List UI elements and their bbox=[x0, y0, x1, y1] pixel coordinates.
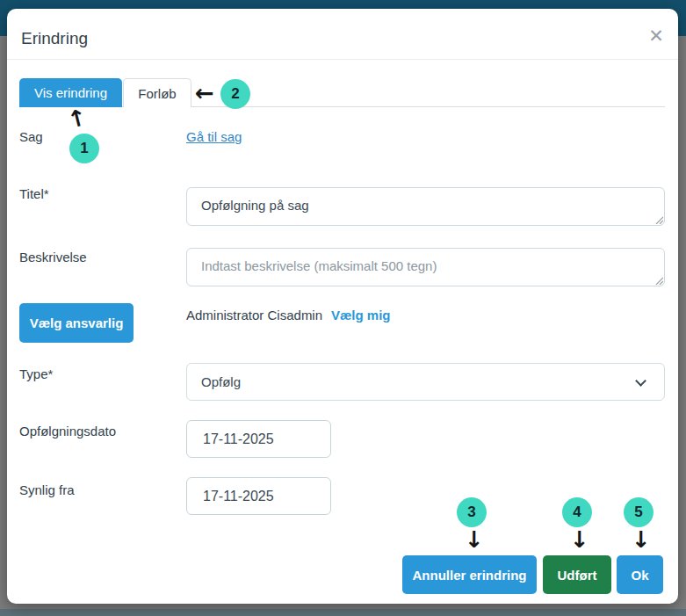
gaa-til-sag-link[interactable]: Gå til sag bbox=[186, 129, 242, 144]
opfoelgningsdato-label: Opfølgningsdato bbox=[19, 424, 116, 438]
beskrivelse-label: Beskrivelse bbox=[19, 250, 87, 265]
page-bottom-bar bbox=[0, 609, 686, 616]
sag-label: Sag bbox=[19, 129, 43, 144]
annotation-arrow-left-icon: ← bbox=[195, 82, 214, 105]
beskrivelse-input[interactable] bbox=[186, 248, 665, 286]
type-label: Type* bbox=[19, 366, 53, 381]
type-select-value: Opfølg bbox=[201, 374, 241, 389]
tab-forloeb-label: Forløb bbox=[138, 86, 176, 101]
ansvarlig-value: Administrator Cisadmin bbox=[186, 308, 322, 322]
annotation-marker-4: 4 bbox=[562, 497, 592, 527]
annotation-arrow-down-3-icon: ↓ bbox=[465, 528, 484, 551]
udfoert-button[interactable]: Udført bbox=[543, 555, 611, 594]
annuller-erindring-button[interactable]: Annuller erindring bbox=[402, 555, 537, 594]
modal-title: Erindring bbox=[21, 29, 88, 48]
annotation-marker-5: 5 bbox=[624, 497, 654, 527]
tab-vis-erindring[interactable]: Vis erindring bbox=[19, 78, 122, 107]
ok-button[interactable]: Ok bbox=[617, 555, 663, 594]
annotation-arrow-down-4-icon: ↓ bbox=[570, 528, 589, 551]
annotation-marker-3: 3 bbox=[457, 497, 487, 527]
chevron-down-icon bbox=[635, 375, 646, 387]
close-icon[interactable]: ✕ bbox=[641, 21, 671, 51]
tab-forloeb[interactable]: Forløb bbox=[123, 78, 191, 107]
opfoelgningsdato-input[interactable] bbox=[186, 420, 331, 458]
synlig-fra-label: Synlig fra bbox=[19, 482, 75, 497]
annotation-marker-2: 2 bbox=[220, 79, 250, 109]
tab-vis-erindring-label: Vis erindring bbox=[34, 85, 107, 100]
vaelg-ansvarlig-button[interactable]: Vælg ansvarlig bbox=[19, 303, 134, 343]
synlig-fra-input[interactable] bbox=[186, 477, 331, 515]
titel-label: Titel* bbox=[19, 186, 49, 201]
titel-input[interactable]: Opfølgning på sag bbox=[186, 187, 665, 226]
vaelg-mig-link[interactable]: Vælg mig bbox=[331, 308, 391, 322]
annotation-arrow-down-5-icon: ↓ bbox=[632, 528, 651, 551]
type-select[interactable]: Opfølg bbox=[186, 363, 665, 401]
annotation-marker-1: 1 bbox=[69, 134, 99, 163]
header-divider bbox=[7, 59, 678, 60]
